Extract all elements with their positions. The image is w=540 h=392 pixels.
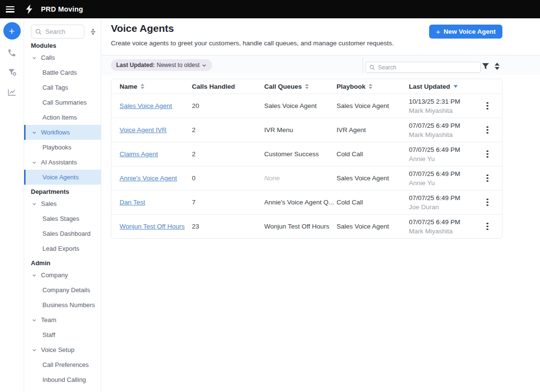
table-row: Dan Test 7 Annie's Voice Agent Q... Cold… [111,190,502,214]
calls-handled-cell: 7 [192,199,264,206]
last-updated-cell: 07/07/25 6:49 PM Annie Yu [409,169,483,188]
table-row: Voice Agent IVR 2 IVR Menu IVR Agent 07/… [111,118,502,142]
sidebar-search[interactable] [31,25,84,39]
sidebar-item-playbooks[interactable]: Playbooks [24,140,101,155]
analytics-chart-icon[interactable] [7,87,17,97]
calls-handled-cell: 0 [192,175,264,182]
sidebar-group-sales[interactable]: Sales [24,196,101,211]
playbook-cell: Sales Voice Agent [337,175,409,182]
playbook-cell: Sales Voice Agent [337,102,409,109]
search-icon [369,65,375,70]
nav-section-departments: Departments [24,187,101,196]
collapse-all-icon[interactable] [89,28,97,36]
sort-desc-icon [453,84,458,88]
last-updated-cell: 07/07/25 6:49 PM Joe Duran [409,193,483,212]
sidebar-group-company[interactable]: Company [24,268,101,283]
sidebar-item-call-preferences[interactable]: Call Preferences [24,357,101,372]
chevron-down-icon [32,348,37,352]
agent-link[interactable]: Voice Agent IVR [120,126,167,134]
sort-order-icon[interactable] [492,61,502,71]
chevron-down-icon [32,273,37,278]
hamburger-menu-icon[interactable] [6,6,14,13]
last-updated-cell: 07/07/25 6:49 PM Mark Miyashita [409,217,483,236]
agent-link[interactable]: Sales Voice Agent [120,102,172,109]
agent-link[interactable]: Annie's Voice Agent [120,175,177,182]
row-menu-kebab-icon[interactable] [483,197,492,208]
add-button[interactable]: + [3,22,21,40]
nav-section-admin: Admin [24,258,101,268]
sidebar-group-calls[interactable]: Calls [24,50,101,65]
sidebar-item-inbound-calling[interactable]: Inbound Calling [24,372,101,387]
call-filter-settings-icon[interactable] [7,67,17,78]
column-header-calls-handled: Calls Handled [192,83,264,90]
chevron-down-icon [32,130,37,135]
app-title: PRD Moving [41,5,83,13]
call-queues-cell: None [264,175,337,182]
sidebar-item-voice-agents[interactable]: Voice Agents [24,170,101,185]
sidebar-group-team[interactable]: Team [24,312,101,327]
agent-link[interactable]: Dan Test [120,199,145,206]
calls-handled-cell: 2 [192,126,264,134]
calls-handled-cell: 2 [192,150,264,158]
sidebar-item-call-tags[interactable]: Call Tags [24,80,101,95]
playbook-cell: IVR Agent [337,126,409,134]
sort-icon [368,83,373,89]
column-header-last-updated[interactable]: Last Updated [409,83,483,90]
sidebar-item-action-items[interactable]: Action Items [24,110,101,125]
sidebar-item-company-details[interactable]: Company Details [24,283,101,297]
agent-link[interactable]: Wonjun Test Off Hours [120,223,185,230]
sidebar-nav: Modules Calls Battle Cards Call Tags Cal… [24,41,101,387]
page-header: Voice Agents Create voice agents to gree… [102,18,540,55]
column-header-name[interactable]: Name [120,83,192,90]
row-menu-kebab-icon[interactable] [483,125,492,135]
agent-link[interactable]: Claims Agent [120,150,158,158]
row-menu-kebab-icon[interactable] [483,149,492,160]
sidebar-item-call-summaries[interactable]: Call Summaries [24,95,101,110]
filter-funnel-icon[interactable] [481,61,490,71]
sort-filter-chip[interactable]: Last Updated: Newest to oldest [111,59,212,71]
sidebar-group-ai-assistants[interactable]: AI Assistants [24,155,101,170]
chevron-down-icon [32,55,37,60]
last-updated-cell: 10/13/25 2:31 PM Mark Miyashita [409,97,483,115]
table-row: Claims Agent 2 Customer Success Cold Cal… [111,142,502,166]
last-updated-cell: 07/07/25 6:49 PM Mark Miyashita [409,121,483,139]
row-menu-kebab-icon[interactable] [483,221,492,232]
search-icon [35,28,42,35]
new-voice-agent-button[interactable]: + New Voice Agent [429,25,502,39]
chevron-down-icon [32,202,37,206]
nav-section-modules: Modules [24,41,101,50]
sidebar-group-voice-setup[interactable]: Voice Setup [24,342,101,357]
playbook-cell: Cold Call [337,199,409,206]
sidebar-item-sales-dashboard[interactable]: Sales Dashboard [24,226,101,241]
table-search[interactable] [365,62,481,73]
column-header-call-queues[interactable]: Call Queues [264,83,337,90]
sort-icon [305,83,309,89]
call-queues-cell: Annie's Voice Agent Q... [264,199,337,206]
calls-handled-cell: 20 [192,102,264,109]
row-menu-kebab-icon[interactable] [483,173,492,184]
row-menu-kebab-icon[interactable] [483,101,492,111]
phone-icon[interactable] [7,47,17,58]
last-updated-cell: 07/07/25 6:49 PM Annie Yu [409,145,483,163]
sidebar: Modules Calls Battle Cards Call Tags Cal… [24,18,101,392]
divider [363,57,363,73]
playbook-cell: Sales Voice Agent [337,223,409,230]
sidebar-item-business-numbers[interactable]: Business Numbers [24,297,101,312]
column-header-playbook[interactable]: Playbook [337,83,409,90]
sidebar-item-lead-exports[interactable]: Lead Exports [24,241,101,256]
sidebar-item-staff[interactable]: Staff [24,327,101,342]
page-title: Voice Agents [111,23,174,34]
table-search-input[interactable] [378,64,460,71]
sidebar-item-battle-cards[interactable]: Battle Cards [24,65,101,80]
icon-rail: + [0,18,24,392]
call-queues-cell: Customer Success [264,150,337,158]
playbook-cell: Cold Call [337,150,409,158]
sidebar-group-workflows[interactable]: Workflows [24,125,101,140]
sidebar-search-input[interactable] [45,28,79,35]
page-subtitle: Create voice agents to greet your custom… [111,40,394,47]
sort-icon [140,83,145,89]
filter-bar: Last Updated: Newest to oldest [102,55,540,75]
table-row: Wonjun Test Off Hours 23 Wonjun Test Off… [111,214,502,238]
sidebar-item-sales-stages[interactable]: Sales Stages [24,211,101,226]
chevron-down-icon [32,160,37,165]
